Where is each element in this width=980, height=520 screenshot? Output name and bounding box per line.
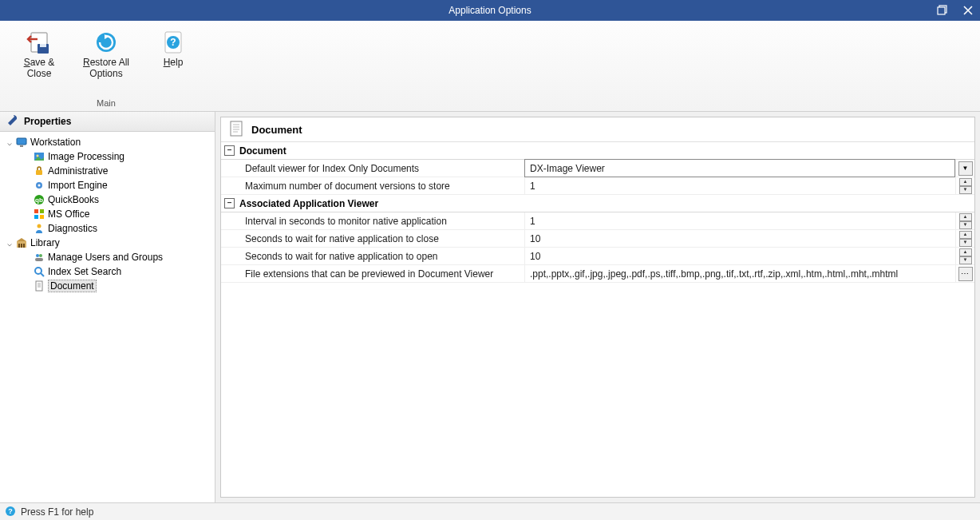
property-row-monitor-interval[interactable]: Interval in seconds to monitor native ap… — [221, 212, 974, 230]
properties-panel: Properties ⌵ Workstation Image Processin… — [0, 112, 215, 502]
collapse-section-icon[interactable]: – — [224, 198, 235, 208]
help-label: Help — [164, 57, 184, 68]
tree-label: Document — [48, 280, 97, 292]
svg-rect-29 — [23, 244, 25, 248]
svg-rect-22 — [34, 215, 38, 219]
property-value-number[interactable]: 1 — [524, 212, 955, 229]
document-settings-card: Document – Document Default viewer for I… — [220, 117, 975, 498]
monitor-icon — [16, 137, 27, 148]
property-section-associated-viewer[interactable]: – Associated Application Viewer — [221, 195, 974, 212]
property-name: Seconds to wait for native application t… — [221, 233, 524, 244]
svg-text:?: ? — [170, 37, 176, 48]
status-bar: ? Press F1 for help — [0, 502, 980, 520]
save-close-icon — [26, 30, 52, 55]
svg-point-33 — [35, 268, 41, 274]
tree-node-import-engine[interactable]: Import Engine — [0, 178, 215, 193]
svg-rect-39 — [231, 121, 242, 136]
restore-window-icon[interactable] — [935, 3, 950, 18]
tree-node-diagnostics[interactable]: Diagnostics — [0, 221, 215, 236]
property-row-max-versions[interactable]: Maximum number of document versions to s… — [221, 177, 974, 195]
svg-rect-21 — [40, 209, 44, 213]
collapse-icon[interactable]: ⌵ — [5, 138, 14, 147]
tree-node-index-set-search[interactable]: Index Set Search — [0, 264, 215, 279]
svg-rect-5 — [40, 44, 46, 47]
dropdown-icon[interactable]: ▼ — [958, 161, 973, 176]
tree-label: Index Set Search — [48, 266, 121, 277]
save-and-close-label: Save &Close — [24, 57, 55, 79]
property-name: Seconds to wait for native application t… — [221, 251, 524, 262]
svg-rect-1 — [938, 7, 945, 14]
tree-node-library[interactable]: ⌵ Library — [0, 236, 215, 250]
document-icon — [34, 280, 45, 292]
spinner-control[interactable]: ▲▼ — [959, 248, 972, 264]
tree-node-administrative[interactable]: Administrative — [0, 164, 215, 178]
svg-marker-26 — [17, 238, 26, 241]
restore-icon — [93, 30, 119, 55]
svg-rect-28 — [21, 244, 22, 248]
tree-node-document[interactable]: Document — [0, 279, 215, 293]
browse-dots-icon[interactable]: ⋯ — [958, 267, 973, 281]
property-name: Interval in seconds to monitor native ap… — [221, 216, 524, 227]
properties-tree[interactable]: ⌵ Workstation Image Processing Administr… — [0, 132, 215, 296]
quickbooks-icon: qb — [34, 194, 45, 205]
save-and-close-button[interactable]: Save &Close — [8, 26, 70, 83]
svg-rect-32 — [35, 258, 43, 261]
help-button[interactable]: ? Help — [142, 26, 204, 72]
property-value-text[interactable]: .ppt,.pptx,.gif,.jpg,.jpeg,.pdf,.ps,.tif… — [524, 265, 955, 282]
property-row-default-viewer[interactable]: Default viewer for Index Only Documents … — [221, 160, 974, 177]
svg-rect-23 — [40, 215, 44, 219]
svg-point-30 — [36, 254, 39, 257]
property-name: Maximum number of document versions to s… — [221, 181, 524, 192]
property-row-file-extensions[interactable]: File extensions that can be previewed in… — [221, 265, 974, 283]
property-value-number[interactable]: 10 — [524, 248, 955, 264]
svg-rect-20 — [34, 209, 38, 213]
wrench-icon — [5, 113, 19, 130]
tree-label: Administrative — [48, 165, 108, 177]
tree-label: Import Engine — [48, 180, 108, 191]
tree-node-quickbooks[interactable]: qb QuickBooks — [0, 193, 215, 207]
spinner-control[interactable]: ▲▼ — [959, 213, 972, 229]
property-value-dropdown[interactable]: DX-Image Viewer — [524, 159, 955, 177]
picture-icon — [34, 151, 45, 162]
property-name: Default viewer for Index Only Documents — [221, 163, 524, 174]
content-header: Document — [221, 117, 974, 142]
property-section-document[interactable]: – Document — [221, 142, 974, 160]
property-value-number[interactable]: 10 — [524, 230, 955, 247]
tree-label: Diagnostics — [48, 223, 97, 234]
ms-office-icon — [34, 208, 45, 220]
ribbon-group-label: Main — [97, 98, 116, 111]
window-controls — [935, 0, 975, 21]
section-label: Associated Application Viewer — [239, 198, 378, 209]
person-icon — [34, 223, 45, 234]
content-area: Document – Document Default viewer for I… — [215, 112, 980, 502]
title-bar: Application Options — [0, 0, 980, 21]
tree-node-workstation[interactable]: ⌵ Workstation — [0, 135, 215, 149]
content-title: Document — [251, 124, 302, 136]
close-window-icon[interactable] — [961, 3, 975, 18]
spinner-control[interactable]: ▲▼ — [959, 178, 972, 194]
spinner-control[interactable]: ▲▼ — [959, 231, 972, 247]
svg-point-31 — [39, 254, 42, 257]
tree-node-image-processing[interactable]: Image Processing — [0, 149, 215, 164]
restore-all-options-button[interactable]: Restore AllOptions — [75, 26, 137, 83]
ribbon: Save &Close Restore AllOptions — [0, 21, 980, 112]
property-value-number[interactable]: 1 — [524, 177, 955, 194]
library-icon — [16, 237, 27, 248]
property-row-wait-open[interactable]: Seconds to wait for native application t… — [221, 248, 974, 265]
restore-all-options-label: Restore AllOptions — [83, 57, 129, 79]
svg-rect-35 — [36, 281, 42, 291]
svg-point-24 — [38, 224, 41, 228]
property-row-wait-close[interactable]: Seconds to wait for native application t… — [221, 230, 974, 248]
collapse-section-icon[interactable]: – — [224, 145, 235, 156]
tree-node-manage-users[interactable]: Manage Users and Groups — [0, 250, 215, 264]
tree-label: QuickBooks — [48, 194, 99, 205]
properties-panel-title: Properties — [24, 116, 71, 127]
tree-node-ms-office[interactable]: MS Office — [0, 207, 215, 221]
tree-label: Image Processing — [48, 151, 124, 162]
svg-rect-11 — [17, 138, 26, 145]
svg-point-17 — [38, 185, 41, 187]
collapse-icon[interactable]: ⌵ — [5, 239, 14, 248]
tree-label: Workstation — [30, 137, 81, 148]
window-title: Application Options — [449, 5, 531, 16]
tree-label: Library — [30, 237, 60, 248]
